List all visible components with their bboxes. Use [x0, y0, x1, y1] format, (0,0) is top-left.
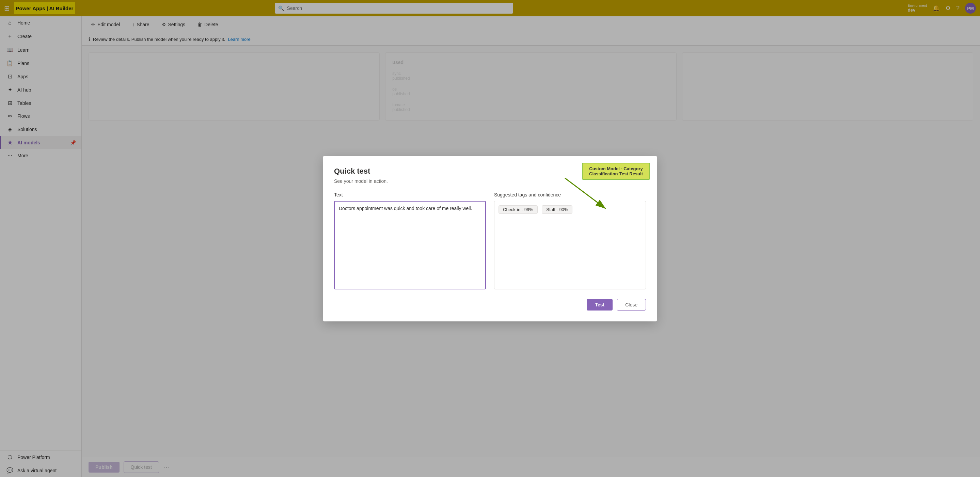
text-input[interactable]: Doctors appointment was quick and took c… — [334, 201, 486, 289]
close-button[interactable]: Close — [617, 299, 646, 310]
tags-area: Check-in - 99% Staff - 90% — [494, 201, 646, 289]
tags-column-label: Suggested tags and confidence — [494, 192, 646, 197]
tags-column: Suggested tags and confidence Check-in -… — [494, 192, 646, 291]
modal-overlay: Custom Model - Category Classification-T… — [0, 0, 980, 477]
test-button[interactable]: Test — [587, 299, 612, 310]
tag-staff: Staff - 90% — [542, 205, 573, 214]
quick-test-modal: Custom Model - Category Classification-T… — [323, 156, 657, 321]
text-column: Text Doctors appointment was quick and t… — [334, 192, 486, 291]
modal-columns: Text Doctors appointment was quick and t… — [334, 192, 646, 291]
text-column-label: Text — [334, 192, 486, 197]
modal-footer: Test Close — [334, 299, 646, 310]
annotation-label: Custom Model - Category Classification-T… — [582, 163, 650, 180]
tag-checkin: Check-in - 99% — [498, 205, 538, 214]
